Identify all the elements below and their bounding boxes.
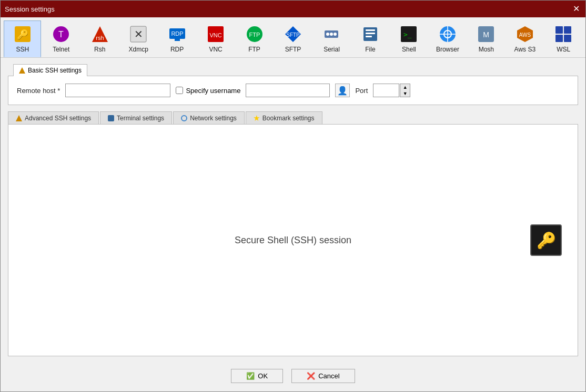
- tab-advanced-ssh[interactable]: Advanced SSH settings: [8, 111, 99, 125]
- port-label: Port: [355, 87, 368, 95]
- tab-content-area: Secure Shell (SSH) session 🔑: [8, 124, 578, 356]
- session-settings-dialog: Session settings ✕ 🔑 SSH T Telnet: [0, 0, 586, 392]
- session-btn-shell[interactable]: >_ Shell: [390, 20, 428, 57]
- port-field-group: 22 ▲ ▼: [373, 84, 410, 97]
- svg-text:AWS: AWS: [519, 32, 531, 38]
- username-input[interactable]: [246, 84, 330, 97]
- svg-rect-24: [366, 36, 372, 37]
- shell-icon: >_: [399, 25, 418, 44]
- tab-bookmark-label: Bookmark settings: [262, 115, 315, 122]
- svg-text:🔑: 🔑: [17, 29, 29, 40]
- session-btn-rdp[interactable]: RDP RDP: [158, 20, 196, 57]
- title-bar: Session settings ✕: [1, 1, 585, 17]
- ok-label: OK: [258, 372, 268, 380]
- svg-text:M: M: [483, 30, 490, 39]
- key-icon: 🔑: [537, 231, 556, 250]
- tab-terminal[interactable]: Terminal settings: [100, 111, 172, 125]
- svg-text:FTP: FTP: [249, 32, 260, 38]
- svg-text:SFTP: SFTP: [286, 32, 300, 38]
- rsh-label: Rsh: [94, 46, 105, 53]
- main-content: Basic SSH settings Remote host * Specify…: [1, 58, 585, 363]
- key-icon-box: 🔑: [530, 224, 562, 256]
- svg-text:VNC: VNC: [209, 32, 221, 38]
- cancel-button[interactable]: ❌ Cancel: [291, 369, 355, 383]
- cancel-label: Cancel: [318, 372, 339, 380]
- specify-username-label: Specify username: [186, 87, 240, 95]
- telnet-label: Telnet: [53, 46, 69, 53]
- svg-text:>_: >_: [403, 30, 412, 38]
- ssh-label: SSH: [16, 46, 29, 53]
- svg-text:rsh: rsh: [96, 35, 104, 41]
- rdp-icon: RDP: [168, 25, 187, 44]
- session-btn-serial[interactable]: Serial: [313, 20, 350, 57]
- port-input[interactable]: 22: [373, 84, 399, 97]
- rdp-label: RDP: [170, 46, 184, 53]
- session-btn-mosh[interactable]: M Mosh: [468, 20, 505, 57]
- ok-button[interactable]: ✅ OK: [231, 369, 283, 383]
- tab-network[interactable]: Network settings: [173, 111, 245, 125]
- svg-point-19: [330, 33, 333, 36]
- mosh-icon: M: [477, 25, 496, 44]
- tab-advanced-label: Advanced SSH settings: [25, 115, 91, 122]
- xdmcp-icon: ✕: [129, 25, 148, 44]
- tab-bar: Advanced SSH settings Terminal settings …: [8, 111, 578, 125]
- session-btn-ssh[interactable]: 🔑 SSH: [4, 20, 41, 57]
- serial-icon: [322, 25, 341, 44]
- ok-icon: ✅: [246, 372, 255, 380]
- session-btn-rsh[interactable]: rsh Rsh: [81, 20, 118, 57]
- port-spin-down[interactable]: ▼: [400, 90, 410, 97]
- tab-network-label: Network settings: [190, 115, 237, 122]
- user-icon-button[interactable]: 👤: [335, 84, 350, 97]
- sftp-label: SFTP: [285, 46, 301, 53]
- specify-username-checkbox[interactable]: [176, 87, 183, 94]
- session-btn-ftp[interactable]: FTP FTP: [236, 20, 273, 57]
- basic-settings-tab: Basic SSH settings: [13, 64, 87, 76]
- session-btn-file[interactable]: File: [351, 20, 389, 57]
- sftp-icon: SFTP: [284, 25, 302, 44]
- aws-icon: AWS: [516, 25, 534, 44]
- port-spinner: ▲ ▼: [400, 84, 410, 97]
- svg-rect-36: [564, 26, 571, 34]
- section-tab-header: Basic SSH settings: [8, 64, 578, 76]
- basic-settings-label: Basic SSH settings: [28, 67, 82, 74]
- remote-host-input[interactable]: [65, 84, 170, 97]
- svg-text:T: T: [58, 30, 64, 39]
- xdmcp-label: Xdmcp: [128, 46, 148, 53]
- dialog-title: Session settings: [5, 5, 55, 13]
- serial-label: Serial: [324, 46, 340, 53]
- session-btn-sftp[interactable]: SFTP SFTP: [274, 20, 311, 57]
- session-btn-vnc[interactable]: VNC VNC: [197, 20, 234, 57]
- basic-settings-section: Basic SSH settings Remote host * Specify…: [8, 64, 578, 105]
- shell-label: Shell: [402, 46, 416, 53]
- session-btn-browser[interactable]: Browser: [429, 20, 466, 57]
- svg-rect-38: [564, 35, 571, 42]
- ssh-description: Secure Shell (SSH) session: [235, 235, 351, 246]
- wsl-label: WSL: [557, 46, 570, 53]
- session-type-bar: 🔑 SSH T Telnet rsh Rsh: [1, 17, 585, 58]
- aws-label: Aws S3: [514, 46, 536, 53]
- wsl-icon: [554, 25, 573, 44]
- specify-username-wrapper: Specify username: [176, 87, 240, 95]
- session-btn-xdmcp[interactable]: ✕ Xdmcp: [119, 20, 157, 57]
- session-btn-telnet[interactable]: T Telnet: [42, 20, 79, 57]
- svg-point-20: [334, 33, 337, 36]
- close-button[interactable]: ✕: [571, 4, 581, 14]
- vnc-icon: VNC: [206, 25, 225, 44]
- basic-settings-body: Remote host * Specify username 👤 Port 22…: [8, 76, 578, 105]
- session-btn-aws[interactable]: AWS Aws S3: [506, 20, 543, 57]
- session-btn-wsl[interactable]: WSL: [545, 20, 582, 57]
- svg-rect-9: [175, 39, 180, 41]
- tabs-container: Advanced SSH settings Terminal settings …: [8, 111, 578, 356]
- file-icon: [361, 25, 380, 44]
- tab-bookmark[interactable]: Bookmark settings: [246, 111, 322, 125]
- cancel-icon: ❌: [307, 372, 315, 380]
- port-spin-up[interactable]: ▲: [400, 84, 410, 90]
- tab-terminal-label: Terminal settings: [117, 115, 164, 122]
- ftp-label: FTP: [248, 46, 260, 53]
- vnc-label: VNC: [209, 46, 222, 53]
- browser-icon: [438, 25, 457, 44]
- svg-point-18: [326, 33, 329, 36]
- svg-text:✕: ✕: [134, 28, 143, 40]
- button-bar: ✅ OK ❌ Cancel: [1, 363, 585, 391]
- svg-rect-23: [366, 33, 375, 34]
